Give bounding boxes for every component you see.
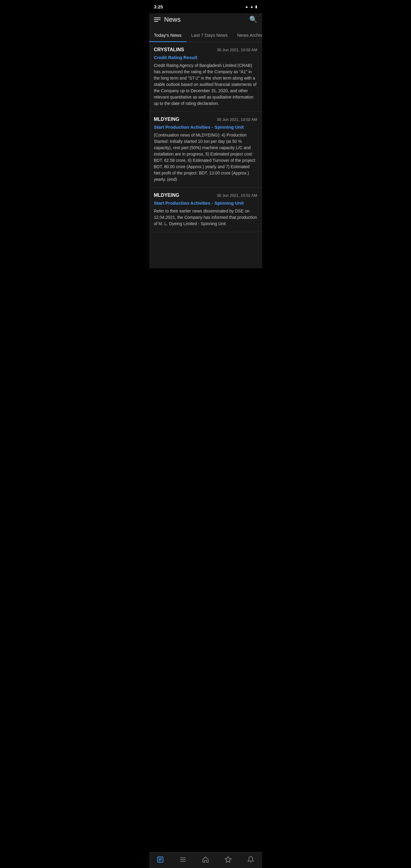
star-nav-icon <box>224 856 232 863</box>
menu-line-1 <box>154 18 161 18</box>
wifi-icon: ▲ <box>245 4 249 9</box>
nav-favorites[interactable] <box>224 856 232 863</box>
news-title-3: Start Production Activities - Spinning U… <box>154 200 257 206</box>
news-body-1: Credit Rating Agency of Bangladesh Limit… <box>154 62 257 107</box>
news-item-1-header: CRYSTALINS 30 Jun 2021, 10:02 AM <box>154 47 257 53</box>
status-bar: 3:25 ▲ ▲ ▮ <box>149 0 262 13</box>
news-date-3: 30 Jun 2021, 10:02 AM <box>217 193 257 198</box>
tab-todays-news[interactable]: Today's News <box>149 28 187 42</box>
list-nav-icon <box>179 856 187 863</box>
bottom-nav <box>149 852 262 868</box>
news-title-2: Start Production Activities - Spinning U… <box>154 124 257 130</box>
nav-home[interactable] <box>202 856 209 863</box>
app-header: News 🔍 <box>149 13 262 28</box>
menu-button[interactable] <box>154 18 161 22</box>
news-item-3[interactable]: MLDYEING 30 Jun 2021, 10:02 AM Start Pro… <box>149 188 262 232</box>
news-title-1: Credit Rating Result <box>154 55 257 60</box>
tab-news-archive[interactable]: News Archive <box>232 28 262 42</box>
nav-alerts[interactable] <box>247 856 254 863</box>
tab-last7days-news[interactable]: Last 7 Days News <box>187 28 232 42</box>
menu-line-3 <box>154 21 158 22</box>
news-ticker-3: MLDYEING <box>154 193 179 198</box>
news-tabs: Today's News Last 7 Days News News Archi… <box>149 28 262 42</box>
page-title: News <box>164 16 181 24</box>
news-item-1[interactable]: CRYSTALINS 30 Jun 2021, 10:02 AM Credit … <box>149 42 262 112</box>
news-item-2[interactable]: MLDYEING 30 Jun 2021, 10:02 AM Start Pro… <box>149 112 262 188</box>
bell-nav-icon <box>247 856 254 863</box>
news-ticker-2: MLDYEING <box>154 117 179 122</box>
news-ticker-1: CRYSTALINS <box>154 47 184 53</box>
news-item-2-header: MLDYEING 30 Jun 2021, 10:02 AM <box>154 117 257 122</box>
signal-icon: ▲ <box>250 4 254 9</box>
news-date-2: 30 Jun 2021, 10:02 AM <box>217 117 257 122</box>
news-nav-icon <box>157 856 164 863</box>
news-item-3-header: MLDYEING 30 Jun 2021, 10:02 AM <box>154 193 257 198</box>
search-button[interactable]: 🔍 <box>249 16 257 24</box>
news-list: CRYSTALINS 30 Jun 2021, 10:02 AM Credit … <box>149 42 262 268</box>
news-date-1: 30 Jun 2021, 10:02 AM <box>217 48 257 52</box>
nav-list[interactable] <box>179 856 187 863</box>
status-icons: ▲ ▲ ▮ <box>245 4 257 9</box>
battery-icon: ▮ <box>255 4 257 9</box>
status-time: 3:25 <box>154 4 163 9</box>
nav-news[interactable] <box>157 856 164 863</box>
menu-line-2 <box>154 19 161 20</box>
home-nav-icon <box>202 856 209 863</box>
header-left: News <box>154 16 181 24</box>
svg-marker-7 <box>225 857 231 862</box>
news-body-3: Refer to their earlier news disseminated… <box>154 208 257 227</box>
news-body-2: (Continuation news of MLDYEING): 4) Prod… <box>154 132 257 183</box>
